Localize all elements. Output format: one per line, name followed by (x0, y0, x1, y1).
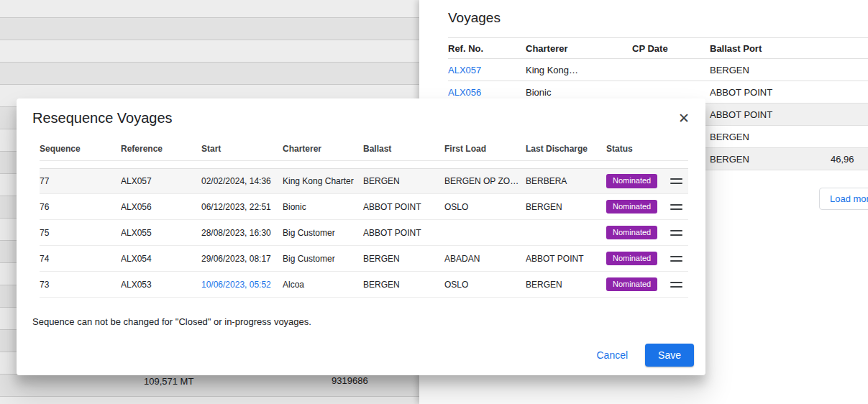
voyages-panel-title: Voyages (419, 0, 868, 26)
row-first-load: ABADAN (444, 254, 526, 264)
column-header-reference: Reference (121, 144, 201, 154)
resequence-row[interactable]: 73 ALX053 10/06/2023, 05:52 Alcoa BERGEN… (40, 272, 688, 298)
column-header-charterer: Charterer (283, 144, 363, 154)
status-badge: Nominated (606, 174, 657, 188)
row-charterer: Bionic (283, 202, 363, 212)
row-last-discharge: BERGEN (526, 280, 606, 290)
row-last-discharge: BERGEN (526, 202, 606, 212)
voyages-row[interactable]: ALX057 King Kong… BERGEN (448, 59, 868, 81)
voyage-ballast-port: BERGEN (710, 132, 831, 142)
column-header-ref-no: Ref. No. (448, 43, 526, 54)
resequence-table-body: 77 ALX057 02/02/2024, 14:36 King Kong Ch… (40, 168, 688, 298)
row-last-discharge: BERBERA (526, 176, 606, 186)
voyage-charterer: King Kong… (526, 65, 632, 75)
row-charterer: Big Customer (283, 254, 363, 264)
voyages-table-header: Ref. No. Charterer CP Date Ballast Port (448, 37, 868, 59)
voyage-charterer: Bionic (526, 87, 632, 98)
column-header-sequence: Sequence (40, 144, 121, 154)
resequence-voyages-dialog: Resequence Voyages ✕ Sequence Reference … (17, 98, 705, 375)
resequence-table: Sequence Reference Start Charterer Balla… (40, 137, 688, 298)
column-header-ballast: Ballast (363, 144, 444, 154)
drag-handle-icon[interactable] (670, 229, 682, 237)
background-weight-value: 109,571 MT (144, 376, 193, 387)
row-sequence: 76 (40, 202, 121, 212)
resequence-row[interactable]: 76 ALX056 06/12/2023, 22:51 Bionic ABBOT… (40, 194, 688, 220)
status-badge: Nominated (606, 252, 657, 265)
voyage-quantity: 46,96 (831, 154, 868, 165)
row-sequence: 74 (40, 254, 121, 264)
row-start: 28/08/2023, 16:30 (201, 228, 283, 238)
row-ballast: ABBOT POINT (363, 202, 444, 212)
resequence-row[interactable]: 77 ALX057 02/02/2024, 14:36 King Kong Ch… (40, 168, 688, 194)
row-reference: ALX055 (121, 228, 201, 238)
column-header-first-load: First Load (444, 144, 526, 154)
voyage-ballast-port: ABBOT POINT (710, 109, 831, 120)
row-reference: ALX056 (121, 202, 201, 212)
status-badge: Nominated (606, 226, 657, 239)
row-start: 02/02/2024, 14:36 (201, 176, 283, 186)
voyage-ref-link[interactable]: ALX056 (448, 87, 526, 98)
row-start[interactable]: 10/06/2023, 05:52 (201, 280, 283, 290)
row-sequence: 73 (40, 280, 121, 290)
row-ballast: ABBOT POINT (363, 228, 444, 238)
resequence-row[interactable]: 75 ALX055 28/08/2023, 16:30 Big Customer… (40, 220, 688, 246)
row-charterer: Alcoa (283, 280, 363, 290)
column-header-last-discharge: Last Discharge (526, 144, 606, 154)
voyage-ballast-port: BERGEN (710, 65, 831, 75)
row-ballast: BERGEN (363, 254, 444, 264)
column-header-start: Start (201, 144, 283, 154)
row-first-load: OSLO (444, 202, 526, 212)
voyage-ballast-port: ABBOT POINT (710, 87, 831, 98)
column-header-status: Status (606, 144, 670, 154)
row-start: 29/06/2023, 08:17 (201, 254, 283, 264)
row-reference: ALX054 (121, 254, 201, 264)
dialog-header: Resequence Voyages ✕ (17, 98, 705, 127)
cancel-button[interactable]: Cancel (585, 344, 639, 367)
row-first-load: BERGEN OP ZOOM (444, 176, 526, 186)
close-icon[interactable]: ✕ (674, 110, 694, 127)
resequence-row[interactable]: 74 ALX054 29/06/2023, 08:17 Big Customer… (40, 246, 688, 272)
column-header-ballast-port: Ballast Port (710, 43, 831, 54)
dialog-actions: Cancel Save (585, 344, 694, 367)
status-badge: Nominated (606, 200, 657, 214)
column-header-charterer: Charterer (526, 43, 632, 54)
row-reference: ALX053 (121, 280, 201, 290)
save-button[interactable]: Save (645, 344, 694, 367)
dialog-title: Resequence Voyages (32, 110, 173, 127)
status-badge: Nominated (606, 277, 657, 291)
row-charterer: King Kong Charter (283, 176, 363, 186)
row-ballast: BERGEN (363, 176, 444, 186)
row-reference: ALX057 (121, 176, 201, 186)
row-charterer: Big Customer (283, 228, 363, 238)
drag-handle-icon[interactable] (670, 254, 682, 263)
row-start: 06/12/2023, 22:51 (201, 202, 283, 212)
background-code-value: 9319686 (332, 375, 368, 386)
drag-handle-icon[interactable] (670, 280, 682, 289)
row-sequence: 77 (40, 176, 121, 186)
row-first-load: OSLO (444, 280, 526, 290)
drag-handle-icon[interactable] (670, 203, 682, 211)
voyage-ref-link[interactable]: ALX057 (448, 65, 526, 75)
drag-handle-icon[interactable] (670, 177, 682, 185)
row-ballast: BERGEN (363, 280, 444, 290)
load-more-button[interactable]: Load more (819, 188, 868, 210)
screen: 109,571 MT 9319686 Voyages Ref. No. Char… (0, 0, 868, 404)
row-last-discharge: ABBOT POINT (526, 254, 606, 264)
resequence-table-header: Sequence Reference Start Charterer Balla… (40, 137, 688, 161)
voyage-ballast-port: BERGEN (710, 154, 831, 165)
sequence-note: Sequence can not be changed for "Closed"… (32, 316, 705, 327)
column-header-cp-date: CP Date (632, 43, 710, 54)
row-sequence: 75 (40, 228, 121, 238)
